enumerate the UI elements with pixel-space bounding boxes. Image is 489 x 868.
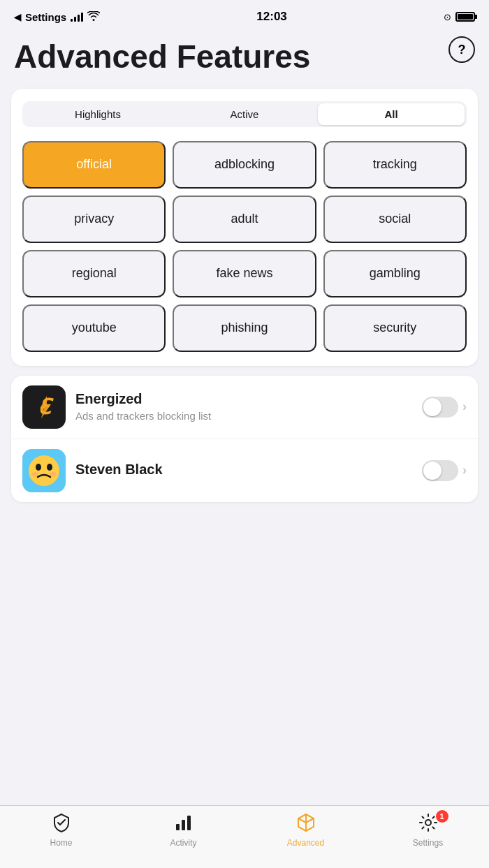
energized-controls: › (422, 397, 467, 418)
svg-point-8 (50, 472, 57, 476)
tag-regional[interactable]: regional (22, 250, 166, 297)
advanced-label: Advanced (287, 838, 324, 848)
svg-rect-9 (176, 824, 180, 830)
signal-icon (71, 12, 83, 22)
time-display: 12:03 (256, 10, 286, 24)
status-left: ◀ Settings (14, 11, 100, 23)
svg-point-12 (425, 820, 431, 825)
tag-gambling[interactable]: gambling (323, 250, 467, 297)
tag-adult[interactable]: adult (173, 196, 316, 243)
settings-icon (418, 813, 438, 835)
svg-point-6 (47, 464, 52, 471)
svg-rect-11 (187, 816, 191, 830)
rotation-icon: ⊙ (444, 12, 451, 22)
energized-subtitle: Ads and trackers blocking list (75, 409, 412, 423)
tag-security[interactable]: security (323, 304, 467, 352)
tab-bar: Home Activity Advanced (0, 805, 489, 868)
status-bar: ◀ Settings 12:03 ⊙ (0, 0, 489, 31)
tab-all[interactable]: All (318, 103, 465, 125)
tag-privacy[interactable]: privacy (22, 196, 166, 243)
settings-badge: 1 (436, 810, 448, 823)
page-header: ? Advanced Features (0, 31, 489, 82)
tag-official[interactable]: official (22, 141, 166, 189)
svg-rect-10 (182, 820, 185, 830)
status-right: ⊙ (444, 12, 475, 22)
stevenblack-toggle-thumb (423, 462, 441, 480)
stevenblack-controls: › (422, 460, 467, 481)
back-label: Settings (25, 11, 66, 23)
tab-advanced[interactable]: Advanced (282, 813, 330, 848)
tab-settings[interactable]: 1 Settings (404, 813, 453, 848)
stevenblack-info: Steven Black (75, 462, 412, 480)
settings-label: Settings (413, 838, 443, 848)
list-section: Ɛ Energized Ads and trackers blocking li… (11, 376, 478, 502)
energized-chevron: › (462, 399, 467, 414)
energized-toggle[interactable] (422, 397, 458, 418)
stevenblack-title: Steven Black (75, 462, 412, 478)
tag-youtube[interactable]: youtube (22, 304, 166, 352)
tag-adblocking[interactable]: adblocking (173, 141, 316, 189)
filter-tabs: Highlights Active All (22, 101, 467, 127)
tag-fakenews[interactable]: fake news (173, 250, 316, 297)
energized-info: Energized Ads and trackers blocking list (75, 391, 412, 423)
tab-home[interactable]: Home (37, 813, 86, 848)
toggle-thumb (423, 398, 441, 416)
help-button[interactable]: ? (448, 36, 475, 63)
stevenblack-chevron: › (462, 463, 467, 478)
energized-icon: Ɛ (22, 385, 66, 429)
wifi-icon (87, 11, 100, 23)
tag-tracking[interactable]: tracking (323, 141, 467, 189)
energized-title: Energized (75, 391, 412, 407)
svg-point-4 (29, 455, 59, 486)
tab-highlights[interactable]: Highlights (24, 103, 171, 125)
tag-phishing[interactable]: phishing (173, 304, 316, 352)
energized-item[interactable]: Ɛ Energized Ads and trackers blocking li… (11, 376, 478, 439)
tags-grid: official adblocking tracking privacy adu… (22, 141, 467, 352)
features-card: Highlights Active All official adblockin… (11, 89, 478, 366)
page-title: Advanced Features (14, 39, 475, 75)
tab-active[interactable]: Active (171, 103, 318, 125)
tag-social[interactable]: social (323, 196, 467, 243)
back-arrow: ◀ (14, 12, 21, 22)
svg-point-5 (36, 464, 41, 471)
stevenblack-toggle[interactable] (422, 460, 458, 481)
tab-activity[interactable]: Activity (159, 813, 208, 848)
home-label: Home (50, 838, 72, 848)
battery-icon (455, 12, 475, 22)
svg-point-7 (31, 472, 38, 476)
stevenblack-item[interactable]: Steven Black › (11, 439, 478, 502)
home-icon (52, 813, 71, 835)
stevenblack-icon (22, 449, 66, 492)
activity-icon (174, 813, 194, 835)
activity-label: Activity (170, 838, 196, 848)
advanced-icon (296, 813, 316, 835)
